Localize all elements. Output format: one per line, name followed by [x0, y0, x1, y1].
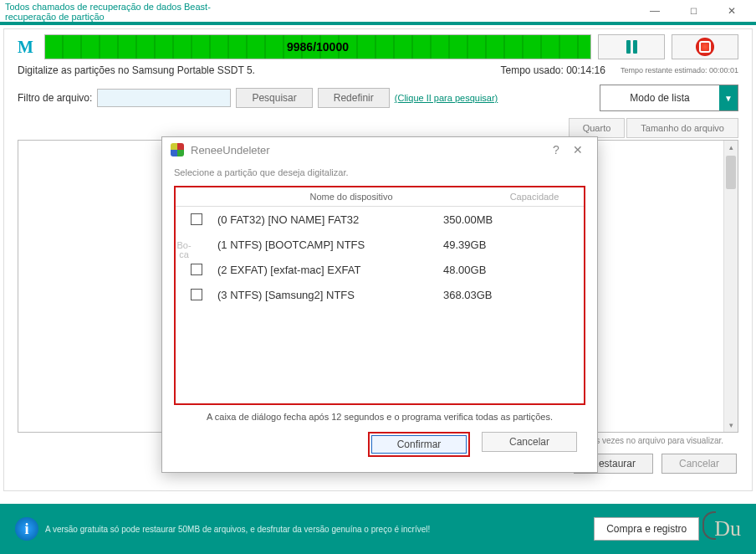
main-panel: M 9986/10000 Digitalize as partições no …: [3, 28, 753, 491]
pause-button[interactable]: [598, 34, 665, 59]
partition-capacity: 368.03GB: [443, 289, 569, 301]
filter-input[interactable]: [97, 89, 231, 107]
column-device: Nome do dispositivo: [217, 192, 485, 202]
close-icon[interactable]: ✕: [713, 2, 751, 20]
progress-text: 9986/10000: [45, 35, 590, 59]
partition-row[interactable]: (1 NTFS) [BOOTCAMP] NTFS 49.39GB: [176, 232, 584, 257]
scan-target-label: Digitalize as partições no Samsung Porta…: [18, 64, 255, 76]
partition-capacity: 49.39GB: [443, 239, 569, 251]
scroll-up-icon[interactable]: ▴: [724, 141, 738, 154]
pause-icon: [626, 40, 637, 54]
stop-button[interactable]: [672, 34, 738, 59]
partition-list: Bo- ca Nome do dispositivo Capacidade (0…: [174, 186, 585, 405]
footer-text: A versão gratuita só pode restaurar 50MB…: [45, 525, 430, 534]
tab-quarto[interactable]: Quarto: [569, 118, 626, 138]
scroll-down-icon[interactable]: ▾: [724, 418, 738, 432]
partition-device: (3 NTFS) [Samsung2] NTFS: [217, 289, 443, 301]
brand-logo: Du: [714, 516, 741, 541]
boca-label: Bo- ca: [172, 241, 196, 259]
confirm-button[interactable]: Confirmar: [371, 435, 467, 454]
cancel-button[interactable]: Cancelar: [662, 454, 737, 474]
search-button[interactable]: Pesquisar: [236, 88, 312, 108]
partition-capacity: 350.00MB: [443, 213, 569, 226]
checkbox-icon[interactable]: [191, 289, 202, 300]
partition-capacity: 48.00GB: [443, 264, 569, 276]
tab-file-size[interactable]: Tamanho do arquivo: [626, 118, 738, 138]
partition-device: (1 NTFS) [BOOTCAMP] NTFS: [217, 239, 443, 251]
checkbox-icon[interactable]: [191, 264, 202, 275]
time-remaining: Tempo restante estimado: 00:00:01: [621, 66, 738, 74]
partition-dialog: ReneeUndeleter ? ✕ Selecione a partição …: [161, 136, 598, 473]
reset-button[interactable]: Redefinir: [318, 88, 390, 108]
drive-letter: M: [18, 38, 38, 57]
app-icon: [171, 143, 184, 156]
list-mode-label: Modo de lista: [600, 92, 719, 104]
buy-register-button[interactable]: Compra e registro: [594, 517, 699, 541]
filter-label: Filtro de arquivo:: [18, 92, 92, 104]
title-bar: Todos chamados de recuperação de dados B…: [0, 0, 756, 22]
dialog-note: A caixa de diálogo fecha após 12 segundo…: [174, 412, 585, 422]
scrollbar[interactable]: ▴ ▾: [723, 141, 738, 432]
checkbox-icon[interactable]: [191, 213, 202, 225]
chevron-down-icon: ▼: [719, 85, 738, 110]
scroll-thumb[interactable]: [726, 156, 736, 189]
partition-row[interactable]: (2 EXFAT) [exfat-mac] EXFAT 48.00GB: [176, 257, 584, 282]
info-icon: i: [15, 517, 38, 541]
minimize-icon[interactable]: —: [636, 2, 674, 20]
dialog-title: ReneeUndeleter: [191, 144, 270, 156]
partition-row[interactable]: (3 NTFS) [Samsung2] NTFS 368.03GB: [176, 282, 584, 307]
dialog-cancel-button[interactable]: Cancelar: [482, 432, 577, 452]
partition-row[interactable]: (0 FAT32) [NO NAME] FAT32 350.00MB: [176, 207, 584, 232]
list-mode-dropdown[interactable]: Modo de lista ▼: [600, 85, 738, 111]
progress-bar: 9986/10000: [44, 34, 591, 59]
dialog-close-icon[interactable]: ✕: [567, 143, 589, 156]
partition-device: (0 FAT32) [NO NAME] FAT32: [217, 213, 443, 226]
stop-icon: [696, 38, 714, 56]
search-hint: (Clique II para pesquisar): [395, 93, 498, 103]
help-icon[interactable]: ?: [545, 143, 567, 156]
column-capacity: Capacidade: [485, 192, 584, 202]
maximize-icon[interactable]: ☐: [674, 2, 713, 20]
footer: i A versão gratuita só pode restaurar 50…: [0, 504, 756, 554]
partition-device: (2 EXFAT) [exfat-mac] EXFAT: [217, 264, 443, 276]
time-used: Tempo usado: 00:14:16: [500, 64, 605, 76]
dialog-instruction: Selecione a partição que deseja digitali…: [174, 167, 585, 177]
window-title: Todos chamados de recuperação de dados B…: [5, 2, 222, 22]
confirm-highlight: Confirmar: [368, 432, 470, 457]
